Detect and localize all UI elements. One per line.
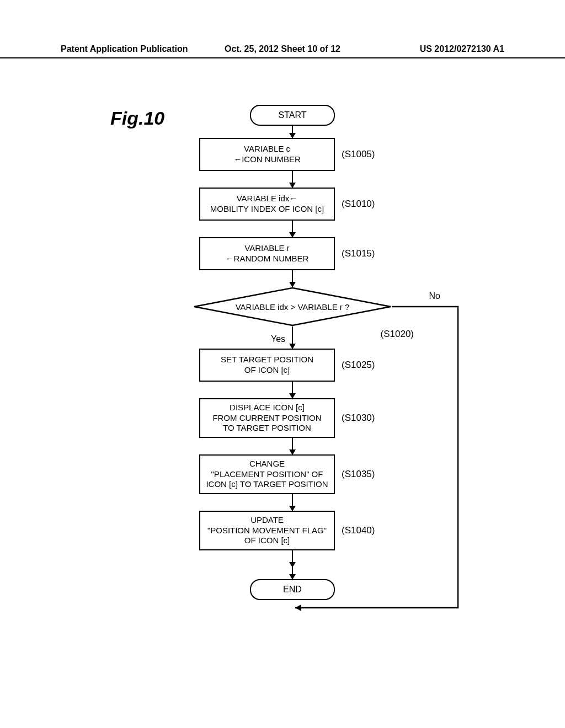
branch-yes-label: Yes [271,334,285,344]
branch-no-label: No [429,291,440,301]
step-s1040: UPDATE"POSITION MOVEMENT FLAG"OF ICON [c… [199,511,386,550]
page: Patent Application Publication Oct. 25, … [0,0,565,728]
step-label: (S1010) [342,199,386,210]
process-box: DISPLACE ICON [c]FROM CURRENT POSITIONTO… [199,398,335,438]
header-mid: Oct. 25, 2012 Sheet 10 of 12 [209,44,356,54]
step-label: (S1030) [342,413,386,424]
step-label: (S1040) [342,525,386,536]
terminal-start: START [250,105,335,126]
arrow-icon [292,126,293,138]
header-left: Patent Application Publication [61,44,209,54]
step-label: (S1015) [342,248,386,259]
decision-diamond: VARIABLE idx > VARIABLE r ? [193,287,392,326]
arrow-icon [292,221,293,237]
step-s1030: DISPLACE ICON [c]FROM CURRENT POSITIONTO… [199,398,386,438]
terminal-end: END [250,579,335,600]
arrow-icon [292,326,293,349]
step-s1015: VARIABLE r←RANDOM NUMBER (S1015) [199,237,386,270]
process-box: CHANGE"PLACEMENT POSITION" OFICON [c] TO… [199,454,335,494]
step-s1025: SET TARGET POSITIONOF ICON [c] (S1025) [199,349,386,382]
arrow-icon [292,382,293,398]
arrow-icon [292,171,293,188]
process-box: SET TARGET POSITIONOF ICON [c] [199,349,335,382]
step-label: (S1020) [381,329,414,340]
arrow-icon [292,550,293,567]
decision-text: VARIABLE idx > VARIABLE r ? [193,287,392,326]
process-box: UPDATE"POSITION MOVEMENT FLAG"OF ICON [c… [199,511,335,550]
step-s1005: VARIABLE c←ICON NUMBER (S1005) [199,138,386,171]
svg-marker-1 [295,604,301,611]
step-label: (S1025) [342,360,386,371]
process-box: VARIABLE idx←MOBILITY INDEX OF ICON [c] [199,188,335,221]
process-box: VARIABLE r←RANDOM NUMBER [199,237,335,270]
step-s1010: VARIABLE idx←MOBILITY INDEX OF ICON [c] … [199,188,386,221]
step-label: (S1005) [342,149,386,160]
page-header: Patent Application Publication Oct. 25, … [0,44,565,58]
flowchart: START VARIABLE c←ICON NUMBER (S1005) VAR… [149,105,436,600]
process-box: VARIABLE c←ICON NUMBER [199,138,335,171]
decision-s1020: VARIABLE idx > VARIABLE r ? No (S1020) Y… [149,287,436,349]
step-s1035: CHANGE"PLACEMENT POSITION" OFICON [c] TO… [199,454,386,494]
header-right: US 2012/0272130 A1 [356,44,504,54]
step-label: (S1035) [342,469,386,480]
arrow-icon [292,438,293,454]
arrow-icon [292,270,293,287]
arrow-icon [292,494,293,511]
arrow-icon [292,567,293,579]
